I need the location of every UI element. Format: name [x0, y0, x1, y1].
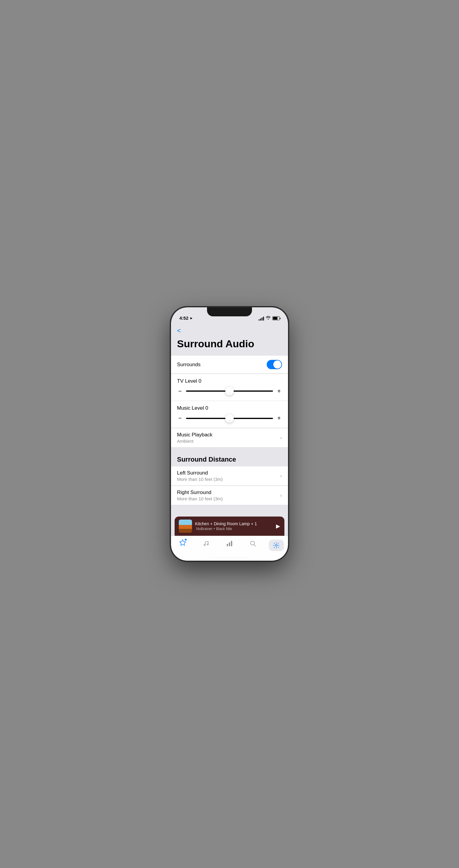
time-display: 4:52	[179, 315, 188, 320]
right-surround-chevron: ›	[280, 492, 282, 499]
surround-distance-header: Surround Distance	[171, 447, 288, 466]
right-surround-content: Right Surround More than 10 feet (3m)	[177, 490, 223, 501]
tab-favorites[interactable]	[171, 538, 194, 549]
player-dot: •	[214, 527, 215, 531]
stats-icon	[226, 540, 233, 548]
svg-rect-3	[229, 542, 230, 546]
player-title: Kitchen + Dining Room Lamp + 1	[195, 521, 273, 526]
player-info: Kitchen + Dining Room Lamp + 1 NoBrainer…	[195, 521, 273, 531]
svg-point-0	[204, 545, 205, 546]
tv-level-minus[interactable]: −	[177, 388, 183, 395]
left-surround-content: Left Surround More than 10 feet (3m)	[177, 470, 223, 482]
wifi-icon	[266, 316, 271, 320]
back-button[interactable]: <	[177, 325, 189, 337]
right-surround-row[interactable]: Right Surround More than 10 feet (3m) ›	[171, 486, 288, 505]
notch	[207, 307, 252, 316]
svg-rect-2	[227, 544, 228, 546]
phone-frame: 4:52 ►	[171, 307, 288, 561]
music-level-minus[interactable]: −	[177, 415, 183, 422]
play-button[interactable]: ▶	[276, 523, 280, 529]
tab-search[interactable]	[241, 538, 265, 549]
right-surround-subtitle: More than 10 feet (3m)	[177, 496, 223, 501]
surrounds-toggle[interactable]	[267, 360, 282, 369]
left-surround-chevron: ›	[280, 473, 282, 479]
search-icon	[250, 540, 256, 548]
svg-rect-4	[231, 541, 232, 546]
screen: 4:52 ►	[171, 307, 288, 561]
favorites-badge	[185, 538, 187, 541]
star-badge-container	[179, 539, 186, 548]
music-level-slider-row: − +	[177, 415, 282, 422]
tab-bar	[171, 536, 288, 561]
left-surround-subtitle: More than 10 feet (3m)	[177, 476, 223, 482]
settings-icon	[273, 541, 280, 549]
right-surround-title: Right Surround	[177, 490, 223, 496]
tv-level-plus[interactable]: +	[276, 388, 282, 395]
tv-level-slider-row: − +	[177, 388, 282, 395]
music-icon	[203, 540, 209, 548]
tab-stats[interactable]	[218, 538, 241, 549]
svg-point-6	[275, 545, 277, 546]
music-level-plus[interactable]: +	[276, 415, 282, 422]
album-art	[179, 520, 192, 533]
music-level-track[interactable]	[186, 418, 273, 419]
player-song: Black Nile	[216, 527, 232, 531]
status-right	[259, 316, 280, 320]
player-subtitle: NoBrainer • Black Nile	[195, 527, 273, 531]
music-playback-content: Music Playback Ambient	[177, 432, 212, 444]
player-artist: NoBrainer	[196, 527, 212, 531]
signal-icon	[259, 316, 264, 320]
tab-settings[interactable]	[265, 538, 288, 552]
music-playback-row[interactable]: Music Playback Ambient ›	[171, 428, 288, 447]
favorites-icon	[179, 540, 186, 548]
nav-bar: <	[171, 322, 288, 337]
music-playback-title: Music Playback	[177, 432, 212, 438]
tv-level-track[interactable]	[186, 391, 273, 392]
tab-music[interactable]	[194, 538, 218, 549]
toggle-knob	[273, 361, 282, 369]
mini-player-bar[interactable]: Kitchen + Dining Room Lamp + 1 NoBrainer…	[174, 517, 285, 536]
left-surround-title: Left Surround	[177, 470, 223, 476]
left-surround-row[interactable]: Left Surround More than 10 feet (3m) ›	[171, 466, 288, 486]
page-title: Surround Audio	[171, 337, 288, 356]
surrounds-row: Surrounds	[171, 356, 288, 374]
svg-point-1	[207, 544, 208, 545]
music-playback-subtitle: Ambient	[177, 438, 212, 444]
location-icon: ►	[190, 316, 193, 320]
tv-level-label: TV Level 0	[177, 378, 282, 384]
tv-level-section: TV Level 0 − +	[171, 374, 288, 401]
music-level-label: Music Level 0	[177, 405, 282, 411]
music-playback-chevron: ›	[280, 435, 282, 441]
mini-player[interactable]: Kitchen + Dining Room Lamp + 1 NoBrainer…	[171, 517, 288, 536]
settings-active-bg	[269, 540, 284, 551]
status-time: 4:52 ►	[179, 315, 193, 320]
surrounds-label: Surrounds	[177, 362, 200, 368]
music-level-section: Music Level 0 − +	[171, 401, 288, 428]
battery-icon	[272, 316, 280, 320]
